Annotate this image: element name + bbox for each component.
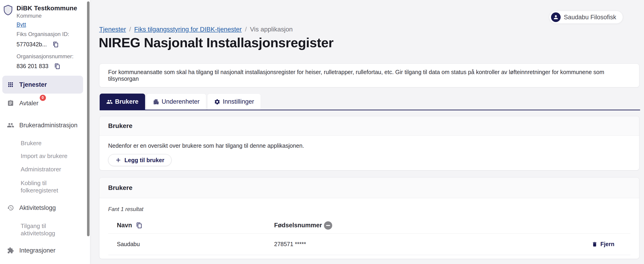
app-description-text: For kommuneansatte som skal ha tilgang t… — [108, 69, 630, 82]
sidebar-item-integrasjoner[interactable]: Integrasjoner — [2, 244, 83, 257]
sidebar-nav: Tjenester Avtaler 0 Brukeradministrasjon… — [2, 76, 83, 257]
clipboard-icon — [7, 100, 14, 107]
tab-label: Underenheter — [162, 98, 200, 105]
user-name-cell: Saudabu — [117, 241, 140, 248]
sidebar-item-label: Aktivitetslogg — [19, 204, 56, 212]
breadcrumb: Tjenester / Fiks tilgangsstyring for DIB… — [99, 26, 293, 33]
gear-icon — [214, 99, 220, 105]
card-header: Brukere — [100, 178, 639, 198]
breadcrumb-link-fiks-tilgangsstyring[interactable]: Fiks tilgangsstyring for DIBK-tjenester — [134, 26, 242, 33]
breadcrumb-separator: / — [245, 26, 247, 33]
sidebar-subitem-tilgang-til-aktivitetslogg[interactable]: Tilgang til aktivitetslogg — [2, 222, 76, 237]
breadcrumb-current: Vis applikasjon — [250, 26, 293, 33]
sidebar: DiBK Testkommune Kommune Bytt Fiks Organ… — [0, 0, 90, 264]
copy-icon[interactable] — [54, 63, 60, 69]
breadcrumb-link-tjenester[interactable]: Tjenester — [99, 26, 126, 33]
tab-brukere[interactable]: Brukere — [100, 94, 145, 110]
history-icon — [7, 204, 14, 211]
sidebar-subitem-import-av-brukere[interactable]: Import av brukere — [2, 152, 76, 160]
fiks-org-id-value: 5770342b... — [16, 41, 47, 48]
grid-icon — [7, 81, 14, 88]
column-header-name: Navn — [117, 222, 132, 229]
sidebar-item-label: Integrasjoner — [19, 247, 56, 254]
shield-icon — [4, 4, 13, 15]
remove-user-label: Fjern — [600, 241, 614, 248]
sidebar-subitem-kobling-til-folkeregisteret[interactable]: Kobling til folkeregisteret — [2, 179, 76, 194]
result-count: Fant 1 resultat — [108, 206, 630, 212]
users-card-description: Nedenfor er en oversikt over brukere som… — [108, 142, 630, 149]
org-number-label: Organisasjonsnummer: — [16, 53, 84, 60]
plus-icon — [115, 157, 121, 163]
column-header-ssn: Fødselsnummer — [274, 222, 322, 229]
sidebar-item-aktivitetslogg[interactable]: Aktivitetslogg — [2, 201, 83, 215]
toggle-knob — [324, 221, 332, 230]
users-table-card: Brukere Fant 1 resultat Navn Fødselsnumm… — [99, 177, 640, 259]
sidebar-item-label: Brukeradministrasjon — [19, 122, 78, 129]
sidebar-item-label: Avtaler — [19, 100, 38, 107]
org-name: DiBK Testkommune — [16, 4, 84, 12]
breadcrumb-separator: / — [129, 26, 131, 33]
users-overview-card: Brukere Nedenfor er en oversikt over bru… — [99, 116, 640, 170]
tab-label: Innstillinger — [223, 98, 254, 105]
sidebar-item-label: Tjenester — [19, 81, 47, 88]
switch-organization-link[interactable]: Bytt — [16, 21, 26, 28]
add-user-button-label: Legg til bruker — [124, 157, 164, 164]
sidebar-subitem-brukere[interactable]: Brukere — [2, 139, 76, 147]
user-avatar — [551, 12, 561, 22]
sidebar-item-avtaler[interactable]: Avtaler 0 — [2, 96, 83, 110]
org-number-value: 836 201 833 — [16, 63, 48, 69]
add-user-button[interactable]: Legg til bruker — [108, 154, 172, 166]
org-type-label: Kommune — [16, 13, 84, 19]
sidebar-subitem-administratorer[interactable]: Administratorer — [2, 166, 76, 173]
sidebar-item-brukeradministrasjon[interactable]: Brukeradministrasjon — [2, 118, 83, 132]
remove-user-button[interactable]: Fjern — [592, 241, 614, 248]
people-icon — [7, 122, 14, 129]
people-icon — [106, 99, 113, 105]
page-title: NIREG Nasjonalt Installasjonsregister — [99, 35, 334, 50]
avtaler-count-badge: 0 — [40, 95, 46, 101]
puzzle-icon — [7, 247, 14, 254]
tab-underline — [100, 110, 640, 110]
ssn-visibility-toggle[interactable] — [325, 222, 337, 229]
user-name: Saudabu Filosofisk — [564, 14, 616, 21]
app-description-card: For kommuneansatte som skal ha tilgang t… — [99, 63, 640, 87]
copy-icon[interactable] — [53, 41, 59, 47]
trash-icon — [592, 241, 598, 247]
card-title: Brukere — [108, 184, 132, 192]
user-menu[interactable]: Saudabu Filosofisk — [550, 11, 623, 23]
card-header: Brukere — [100, 116, 639, 136]
tab-label: Brukere — [115, 98, 138, 105]
tab-bar: Brukere Underenheter Innstillinger — [100, 94, 261, 110]
table-header-row: Navn Fødselsnummer — [108, 218, 630, 234]
table-row: Saudabu 278571 ***** Fjern — [108, 234, 630, 255]
tab-underenheter[interactable]: Underenheter — [146, 94, 206, 110]
person-icon — [553, 14, 559, 20]
organization-panel: DiBK Testkommune Kommune Bytt Fiks Organ… — [0, 0, 90, 69]
tab-innstillinger[interactable]: Innstillinger — [207, 94, 261, 110]
user-ssn-cell: 278571 ***** — [274, 241, 306, 248]
sidebar-scrollbar[interactable] — [87, 1, 90, 236]
building-icon — [153, 99, 159, 105]
fiks-org-id-label: Fiks Organisasjon ID: — [16, 31, 84, 37]
sidebar-item-tjenester[interactable]: Tjenester — [2, 76, 83, 94]
copy-icon[interactable] — [136, 222, 142, 229]
card-title: Brukere — [108, 122, 132, 130]
